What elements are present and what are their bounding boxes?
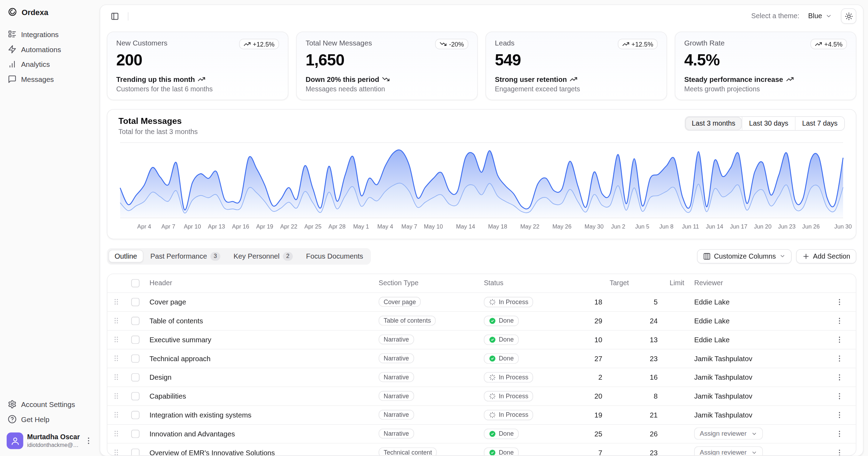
drag-handle[interactable] <box>107 392 125 400</box>
trending-up-icon <box>815 41 822 48</box>
select-all-checkbox[interactable] <box>131 279 139 287</box>
target-value[interactable]: 10 <box>573 335 634 344</box>
status-badge: Done <box>484 334 519 345</box>
user-menu-dots-icon[interactable] <box>84 436 93 445</box>
tab-count-badge: 3 <box>210 252 220 261</box>
limit-value[interactable]: 16 <box>634 373 690 381</box>
stat-card-value: 1,650 <box>305 51 468 69</box>
row-header[interactable]: Integration with existing systems <box>145 411 374 419</box>
reviewer-name: Jamik Tashpulatov <box>694 392 752 400</box>
drag-handle[interactable] <box>107 448 125 456</box>
row-checkbox[interactable] <box>131 354 139 363</box>
sidebar-item-get-help[interactable]: Get Help <box>3 412 96 426</box>
tab-key-personnel[interactable]: Key Personnel2 <box>227 250 299 262</box>
limit-value[interactable]: 23 <box>634 354 690 363</box>
dots-vertical-icon <box>835 429 844 438</box>
row-checkbox[interactable] <box>131 316 139 325</box>
assign-reviewer-select[interactable]: Assign reviewer <box>694 446 763 456</box>
row-header[interactable]: Technical approach <box>145 354 374 363</box>
theme-select[interactable]: Blue <box>804 10 836 22</box>
svg-text:May 10: May 10 <box>424 223 443 230</box>
chevron-down-icon <box>825 13 832 19</box>
row-menu-button[interactable] <box>833 295 846 308</box>
target-value[interactable]: 2 <box>573 373 634 381</box>
stat-cards: New Customers+12.5%200Trending up this m… <box>107 31 856 100</box>
panel-left-icon <box>111 12 119 20</box>
sidebar-item-account-settings[interactable]: Account Settings <box>3 397 96 411</box>
add-section-button[interactable]: Add Section <box>796 249 856 264</box>
topbar-right: Select a theme: Blue <box>751 8 856 24</box>
row-menu-button[interactable] <box>833 371 846 384</box>
row-checkbox[interactable] <box>131 392 139 400</box>
target-value[interactable]: 20 <box>573 392 634 400</box>
table-row: Integration with existing systemsNarrati… <box>107 406 856 425</box>
drag-handle[interactable] <box>107 373 125 381</box>
limit-value[interactable]: 13 <box>634 335 690 344</box>
trending-up-icon <box>198 76 205 83</box>
tab-focus-documents[interactable]: Focus Documents <box>300 250 369 262</box>
limit-value[interactable]: 24 <box>634 316 690 325</box>
limit-value[interactable]: 26 <box>634 429 690 438</box>
row-menu-button[interactable] <box>833 427 846 440</box>
target-value[interactable]: 18 <box>573 298 634 306</box>
svg-text:May 1: May 1 <box>353 223 369 230</box>
assign-reviewer-select[interactable]: Assign reviewer <box>694 428 763 440</box>
range-button-last-30-days[interactable]: Last 30 days <box>742 117 795 130</box>
row-checkbox[interactable] <box>131 335 139 344</box>
row-header[interactable]: Cover page <box>145 298 374 306</box>
range-button-last-3-months[interactable]: Last 3 months <box>685 117 742 130</box>
limit-value[interactable]: 21 <box>634 411 690 419</box>
sidebar-item-automations[interactable]: Automations <box>3 42 96 56</box>
target-value[interactable]: 27 <box>573 354 634 363</box>
row-menu-button[interactable] <box>833 408 846 421</box>
sidebar-footer: Account SettingsGet Help Murtadha Oscar … <box>3 397 96 452</box>
drag-handle[interactable] <box>107 335 125 344</box>
color-mode-toggle-button[interactable] <box>841 8 856 24</box>
row-header[interactable]: Capabilities <box>145 392 374 400</box>
drag-handle[interactable] <box>107 411 125 419</box>
dots-vertical-icon <box>835 335 844 344</box>
tab-past-performance[interactable]: Past Performance3 <box>144 250 226 262</box>
row-checkbox[interactable] <box>131 448 139 456</box>
table-row: CapabilitiesNarrativeIn Process208Jamik … <box>107 387 856 406</box>
drag-handle[interactable] <box>107 316 125 325</box>
row-header[interactable]: Overview of EMR's Innovative Solutions <box>145 448 374 456</box>
drag-handle[interactable] <box>107 354 125 363</box>
row-menu-button[interactable] <box>833 333 846 346</box>
section-type-badge: Narrative <box>379 372 414 382</box>
row-menu-button[interactable] <box>833 389 846 402</box>
sidebar-item-analytics[interactable]: Analytics <box>3 57 96 71</box>
target-value[interactable]: 7 <box>573 448 634 456</box>
row-header[interactable]: Design <box>145 373 374 381</box>
row-checkbox[interactable] <box>131 411 139 419</box>
theme-select-label: Select a theme: <box>751 12 799 20</box>
drag-handle[interactable] <box>107 297 125 306</box>
target-value[interactable]: 19 <box>573 411 634 419</box>
dots-vertical-icon <box>835 448 844 456</box>
sidebar-item-integrations[interactable]: Integrations <box>3 27 96 42</box>
brand[interactable]: Ordexa <box>3 5 96 20</box>
target-value[interactable]: 25 <box>573 429 634 438</box>
target-value[interactable]: 29 <box>573 316 634 325</box>
row-header[interactable]: Innovation and Advantages <box>145 429 374 438</box>
row-checkbox[interactable] <box>131 373 139 381</box>
row-menu-button[interactable] <box>833 314 846 327</box>
row-header[interactable]: Executive summary <box>145 335 374 344</box>
limit-value[interactable]: 8 <box>634 392 690 400</box>
grip-icon <box>112 335 121 344</box>
user-menu[interactable]: Murtadha Oscar idiotdonthackme@gmail.com <box>3 430 96 452</box>
sidebar-toggle-button[interactable] <box>107 8 122 24</box>
row-menu-button[interactable] <box>833 352 846 365</box>
sidebar-item-messages[interactable]: Messages <box>3 72 96 86</box>
customize-columns-button[interactable]: Customize Columns <box>697 249 791 264</box>
limit-value[interactable]: 5 <box>634 298 690 306</box>
stat-card-value: 200 <box>116 51 279 69</box>
row-checkbox[interactable] <box>131 298 139 306</box>
limit-value[interactable]: 23 <box>634 448 690 456</box>
tab-outline[interactable]: Outline <box>108 250 143 262</box>
row-menu-button[interactable] <box>833 446 846 456</box>
range-button-last-7-days[interactable]: Last 7 days <box>795 117 844 130</box>
row-checkbox[interactable] <box>131 429 139 438</box>
drag-handle[interactable] <box>107 429 125 438</box>
row-header[interactable]: Table of contents <box>145 316 374 325</box>
